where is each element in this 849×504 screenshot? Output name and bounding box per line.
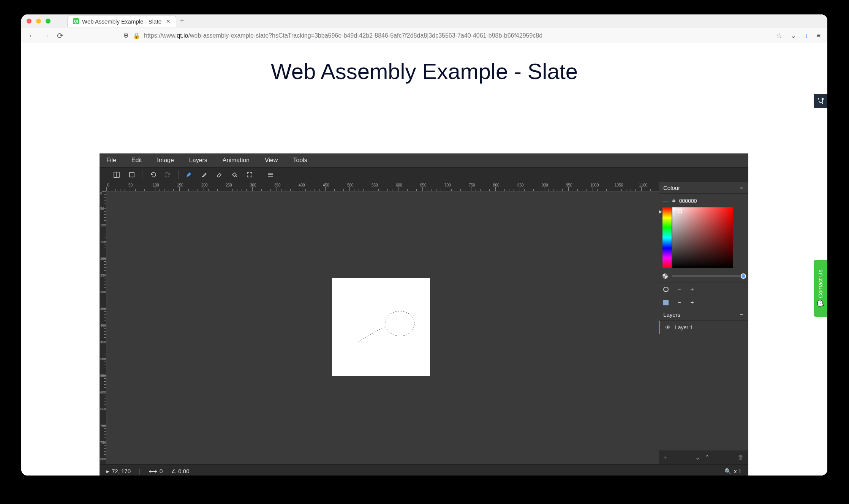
extensions-icon[interactable]: ≡ — [816, 32, 821, 39]
color-section: — # ▶ — [659, 194, 748, 283]
ruler-horizontal: 0501001502002503003504004505005506006507… — [106, 182, 659, 191]
browser-window: Qt Web Assembly Example - Slate ✕ + ← → … — [21, 14, 827, 476]
window-close-button[interactable] — [27, 19, 32, 24]
tool-size-icon — [663, 287, 669, 292]
layer-list: 👁 Layer 1 — [659, 321, 748, 450]
contact-us-label: 💬 Contact Us — [817, 270, 824, 307]
menu-edit[interactable]: Edit — [131, 157, 142, 164]
svg-point-2 — [822, 103, 824, 104]
brush-tool-icon[interactable] — [201, 171, 207, 178]
delete-layer-icon[interactable]: 🗑 — [738, 454, 744, 461]
eraser-tool-icon[interactable] — [216, 171, 223, 178]
decrease-button[interactable]: − — [678, 299, 681, 306]
canvas[interactable] — [332, 278, 430, 376]
zoom-icon: 🔍 — [724, 468, 732, 475]
favicon-icon: Qt — [73, 18, 79, 24]
toolbar-right-icons: ☆ ⌄ ↓ ≡ — [776, 32, 821, 40]
menu-layers[interactable]: Layers — [189, 157, 207, 164]
tab-strip: Qt Web Assembly Example - Slate ✕ + — [67, 16, 184, 27]
browser-titlebar: Qt Web Assembly Example - Slate ✕ + — [21, 14, 827, 28]
ruler-vertical: 0501001502002503003504004505005506006507… — [100, 191, 106, 464]
layers-panel-title: Layers — [663, 311, 680, 318]
layers-section: 👁 Layer 1 + ⌄ ⌃ 🗑 — [659, 321, 748, 464]
url-text: https://www.qt.io/web-assembly-example-s… — [144, 32, 542, 39]
svg-rect-4 — [114, 172, 116, 177]
url-prefix: https://www. — [144, 32, 177, 39]
back-button[interactable]: ← — [28, 31, 36, 40]
ruler-corner — [100, 182, 106, 191]
menu-animation[interactable]: Animation — [223, 157, 250, 164]
svg-point-1 — [818, 98, 819, 100]
picker-chevron-icon[interactable]: ▶ — [659, 209, 662, 214]
alpha-icon — [662, 273, 668, 279]
pocket-icon[interactable]: ⌄ — [791, 32, 796, 40]
address-bar: ← → ⟳ ⛨ 🔒 https://www.qt.io/web-assembly… — [21, 28, 827, 43]
menu-file[interactable]: File — [106, 157, 116, 164]
color-mode-icon[interactable]: — — [662, 197, 669, 204]
layer-visibility-icon[interactable]: 👁 — [665, 324, 670, 330]
menu-tools[interactable]: Tools — [293, 157, 307, 164]
hex-color-input[interactable] — [679, 198, 713, 204]
forward-button[interactable]: → — [43, 31, 50, 40]
new-tab-button[interactable]: + — [180, 17, 184, 25]
redo-icon[interactable] — [164, 171, 171, 178]
slate-app: File Edit Image Layers Animation View To… — [100, 153, 748, 476]
zoom-indicator: 🔍 x 1 — [724, 468, 741, 475]
angle-indicator: ∠ 0.00 — [171, 468, 189, 475]
color-panel-title: Colour — [663, 185, 680, 191]
download-icon[interactable]: ↓ — [805, 32, 808, 39]
layers-panel-header: Layers — [659, 309, 748, 321]
layer-down-icon[interactable]: ⌄ — [695, 454, 700, 461]
hex-input-row: — # — [662, 197, 745, 204]
collapse-icon[interactable] — [739, 313, 744, 317]
alpha-slider-thumb — [741, 273, 746, 279]
decrease-button[interactable]: − — [678, 286, 681, 293]
add-layer-button[interactable]: + — [663, 454, 667, 461]
svg-rect-5 — [130, 172, 134, 177]
svg-point-0 — [822, 98, 824, 100]
width-icon: ⟷ — [149, 468, 157, 475]
url-path: /web-assembly-example-slate?hsCtaTrackin… — [188, 32, 543, 39]
menu-image[interactable]: Image — [157, 157, 174, 164]
contact-us-tab[interactable]: 💬 Contact Us — [814, 260, 827, 317]
lock-icon: 🔒 — [133, 32, 140, 39]
undo-icon[interactable] — [149, 171, 156, 178]
tool-shape-row: − + — [659, 296, 748, 309]
layer-item[interactable]: 👁 Layer 1 — [659, 321, 748, 334]
url-field[interactable]: ⛨ 🔒 https://www.qt.io/web-assembly-examp… — [123, 32, 769, 39]
bookmark-icon[interactable]: ☆ — [776, 32, 782, 40]
window-maximize-button[interactable] — [46, 19, 51, 24]
increase-button[interactable]: + — [690, 286, 694, 293]
pencil-tool-icon[interactable] — [185, 171, 192, 178]
page-title: Web Assembly Example - Slate — [21, 58, 827, 84]
traffic-lights — [27, 19, 51, 24]
canvas-background[interactable] — [106, 191, 659, 464]
width-indicator: ⟷ 0 — [149, 468, 163, 475]
bucket-tool-icon[interactable] — [231, 171, 238, 178]
window-minimize-button[interactable] — [36, 19, 41, 24]
alpha-slider[interactable] — [672, 275, 745, 277]
hue-slider[interactable] — [662, 207, 672, 268]
shield-icon: ⛨ — [123, 32, 129, 39]
statusbar: ▸ 72, 170 | ⟷ 0 ∠ 0.00 🔍 x 1 — [100, 464, 748, 476]
fullscreen-tool-icon[interactable] — [246, 171, 253, 178]
canvas-area: 0501001502002503003504004505005506006507… — [100, 182, 659, 464]
tab-close-icon[interactable]: ✕ — [166, 18, 171, 24]
saturation-value-box[interactable] — [672, 207, 733, 268]
collapse-icon[interactable] — [739, 186, 744, 190]
menu-view[interactable]: View — [265, 157, 278, 164]
sv-cursor — [678, 209, 682, 213]
cursor-position: ▸ 72, 170 — [106, 468, 131, 475]
alpha-row — [662, 273, 745, 279]
hubspot-widget-button[interactable] — [814, 94, 827, 108]
toolbar — [100, 167, 748, 182]
layer-up-icon[interactable]: ⌃ — [705, 454, 710, 461]
reload-button[interactable]: ⟳ — [57, 31, 63, 40]
increase-button[interactable]: + — [690, 299, 694, 306]
options-icon[interactable] — [267, 171, 274, 178]
window-square-icon[interactable] — [128, 171, 135, 178]
window-split-icon[interactable] — [113, 171, 120, 178]
browser-tab[interactable]: Qt Web Assembly Example - Slate ✕ — [67, 16, 176, 27]
hubspot-icon — [816, 97, 825, 105]
page-content: Web Assembly Example - Slate 💬 Contact U… — [21, 43, 827, 476]
